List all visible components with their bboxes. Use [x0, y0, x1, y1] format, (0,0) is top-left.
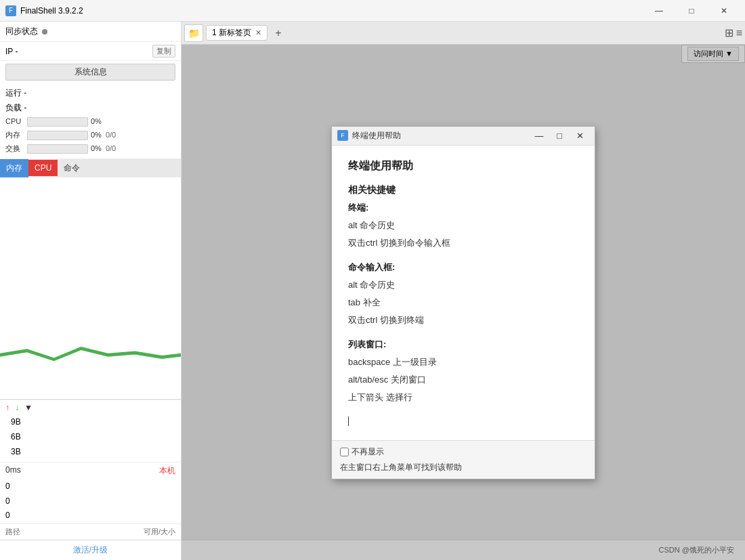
net-val-1: 9B [11, 415, 170, 430]
modal-footer-top: 不再显示 [340, 446, 587, 458]
cpu-row: CPU 0% [5, 115, 175, 129]
main-tab[interactable]: 1 新标签页 ✕ [206, 25, 268, 41]
latency-label: 0ms [5, 465, 21, 477]
modal-icon: F [337, 130, 348, 141]
latency-val-1: 0 [5, 479, 175, 494]
sync-label: 同步状态 [5, 26, 38, 37]
net-val-2: 6B [11, 430, 170, 445]
disk-header: 路径 可用/大小 [0, 523, 181, 540]
tab-bar-right: ⊞ ≡ [725, 26, 742, 39]
modal-minimize-button[interactable]: — [530, 128, 549, 143]
terminal-section: 终端: alt 命令历史 双击ctrl 切换到命令输入框 [348, 202, 578, 252]
mem-label: 内存 [5, 129, 24, 142]
title-bar: F FinalShell 3.9.2.2 — □ ✕ [0, 0, 745, 22]
run-label: 运行 - [5, 86, 175, 101]
tab-cmd[interactable]: 命令 [58, 159, 86, 177]
modal-maximize-button[interactable]: □ [550, 128, 569, 143]
maximize-button[interactable]: □ [676, 1, 707, 20]
cmd-input-label: 命令输入框: [348, 261, 578, 274]
mem-row: 内存 0% 0/0 [5, 129, 175, 142]
svg-rect-0 [0, 177, 181, 400]
download-arrow-icon: ↓ [15, 403, 19, 412]
modal-title-text: 终端使用帮助 [352, 130, 401, 142]
modal-footer-hint: 在主窗口右上角菜单可找到该帮助 [340, 462, 587, 473]
modal-controls: — □ ✕ [530, 128, 589, 143]
sync-bar: 同步状态 [0, 22, 181, 42]
mem-ratio: 0/0 [106, 129, 116, 142]
tab-close-icon[interactable]: ✕ [255, 28, 261, 37]
list-window-label: 列表窗口: [348, 339, 578, 351]
ip-bar: IP - 复制 [0, 42, 181, 61]
app-title: FinalShell 3.9.2.2 [20, 6, 83, 16]
sync-dot [42, 29, 47, 35]
sidebar: 同步状态 IP - 复制 系统信息 运行 - 负载 - CPU 0% 内存 [0, 22, 182, 560]
monitor-chart-svg [0, 177, 181, 400]
cursor-input[interactable] [348, 416, 351, 426]
latency-values: 0 0 0 [0, 479, 181, 523]
modal-body: 终端使用帮助 相关快捷键 终端: alt 命令历史 双击ctrl 切换到命令输入… [332, 146, 595, 440]
activate-button[interactable]: 激活/升级 [0, 540, 181, 560]
modal-overlay: F 终端使用帮助 — □ ✕ 终端使用帮助 相关快捷键 [182, 45, 745, 560]
run-load-section: 运行 - 负载 - CPU 0% 内存 0% 0/0 交换 [0, 83, 181, 159]
modal-main-title: 终端使用帮助 [348, 159, 578, 173]
latency-local: 本机 [159, 465, 175, 477]
ip-label: IP - [5, 47, 18, 56]
upload-arrow-icon: ↑ [5, 403, 9, 412]
list-window-item-3: 上下箭头 选择行 [348, 389, 578, 406]
copy-button[interactable]: 复制 [152, 45, 175, 58]
cpu-value: 0% [91, 115, 102, 129]
cpu-progress-container [27, 117, 88, 127]
list-view-icon[interactable]: ≡ [736, 27, 742, 39]
cmd-input-section: 命令输入框: alt 命令历史 tab 补全 双击ctrl 切换到终端 [348, 261, 578, 329]
load-label: 负载 - [5, 101, 175, 116]
modal-title-bar: F 终端使用帮助 — □ ✕ [332, 127, 595, 146]
monitor-chart-area [0, 177, 181, 400]
modal-footer: 不再显示 在主窗口右上角菜单可找到该帮助 [332, 440, 595, 479]
swap-label: 交换 [5, 142, 24, 156]
latency-area: 0ms 本机 [0, 462, 181, 479]
disk-size-label: 可用/大小 [144, 527, 175, 537]
monitor-tabs: 内存 CPU 命令 [0, 159, 181, 177]
dont-show-checkbox[interactable] [340, 448, 349, 456]
tab-name: 1 新标签页 [212, 27, 251, 39]
title-bar-controls: — □ ✕ [643, 1, 740, 20]
tab-bar: 📁 1 新标签页 ✕ + ⊞ ≡ [182, 22, 745, 45]
sys-info-button[interactable]: 系统信息 [5, 64, 175, 81]
modal-title-left: F 终端使用帮助 [337, 130, 401, 142]
tab-cpu[interactable]: CPU [28, 160, 58, 176]
terminal-item-2: 双击ctrl 切换到命令输入框 [348, 234, 578, 252]
cpu-label: CPU [5, 115, 24, 129]
folder-button[interactable]: 📁 [184, 24, 203, 42]
network-header: ↑ ↓ ▼ [5, 403, 175, 412]
list-window-item-1: backspace 上一级目录 [348, 353, 578, 371]
minimize-button[interactable]: — [643, 1, 675, 20]
terminal-label: 终端: [348, 202, 578, 214]
main-layout: 同步状态 IP - 复制 系统信息 运行 - 负载 - CPU 0% 内存 [0, 22, 745, 560]
swap-ratio: 0/0 [106, 142, 116, 156]
close-button[interactable]: ✕ [708, 1, 740, 20]
cmd-input-item-2: tab 补全 [348, 294, 578, 311]
tab-mem[interactable]: 内存 [0, 159, 28, 177]
network-values: 9B 6B 3B [5, 415, 175, 459]
cursor-line [348, 416, 578, 427]
title-bar-left: F FinalShell 3.9.2.2 [5, 5, 83, 16]
grid-view-icon[interactable]: ⊞ [725, 26, 733, 39]
modal-section-title: 相关快捷键 [348, 184, 578, 196]
net-val-3: 3B [11, 445, 170, 460]
mem-value: 0% [91, 129, 102, 142]
latency-val-2: 0 [5, 494, 175, 509]
swap-row: 交换 0% 0/0 [5, 142, 175, 156]
tab-bar-left: 📁 1 新标签页 ✕ + [184, 24, 286, 42]
swap-value: 0% [91, 142, 102, 156]
help-modal: F 终端使用帮助 — □ ✕ 终端使用帮助 相关快捷键 [331, 126, 595, 479]
swap-progress-container [27, 144, 88, 154]
dont-show-again[interactable]: 不再显示 [340, 446, 384, 458]
modal-close-button[interactable]: ✕ [570, 128, 589, 143]
disk-label: 路径 [5, 527, 20, 537]
app-icon: F [5, 5, 16, 16]
add-tab-button[interactable]: + [270, 25, 286, 41]
content-area: 访问时间 ▼ CSDN @饿死的小平安 F 终端使用帮助 [182, 45, 745, 560]
network-area: ↑ ↓ ▼ 9B 6B 3B [0, 400, 181, 462]
dont-show-label: 不再显示 [352, 446, 384, 458]
cmd-input-item-3: 双击ctrl 切换到终端 [348, 311, 578, 329]
